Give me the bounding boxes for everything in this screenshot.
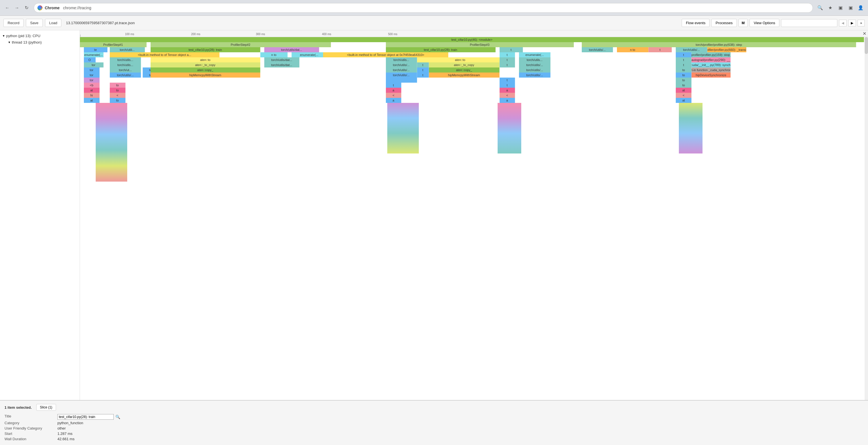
aten-to-copy-1[interactable]: aten::_to_copy — [151, 62, 260, 67]
torch-utils-dat-3[interactable]: torch/utils/dat... — [264, 62, 300, 67]
t-block-2[interactable]: t — [500, 52, 515, 57]
hip-device-sync[interactable]: hipDeviceSynchronize — [691, 72, 731, 77]
to-block-7[interactable]: to — [676, 83, 691, 88]
torch-utils-dat-2[interactable]: torch/utils/dat... — [264, 57, 300, 62]
at-block-1[interactable]: at — [84, 88, 100, 93]
search-button[interactable]: 🔍 — [816, 4, 824, 12]
tor-block-1[interactable]: tor — [84, 62, 103, 67]
t-block[interactable]: t — [648, 47, 672, 52]
flow-events-button[interactable]: Flow events — [682, 19, 710, 27]
hip-memcpy-2[interactable]: hipMemcpyWithStream — [429, 72, 500, 77]
hi-block[interactable]: hi — [84, 93, 100, 98]
t-block-8[interactable]: t — [676, 62, 691, 67]
save-button[interactable]: Save — [26, 19, 43, 27]
refresh-button[interactable]: ↻ — [23, 4, 30, 12]
title-input[interactable] — [57, 414, 114, 420]
angle-block-4[interactable]: < — [676, 93, 691, 98]
torch-utils-sub-10[interactable]: torch/utils/... — [386, 72, 417, 77]
t-block-3[interactable]: t — [676, 52, 691, 57]
search-icon[interactable]: 🔍 — [115, 415, 120, 419]
torch-profiler-transit[interactable]: torch/profiler/profiler.py(660): _transi… — [707, 47, 746, 52]
torch-utils-sub-5[interactable]: torch/utils/... — [386, 62, 417, 67]
test-cifar-train-2[interactable]: test_cifar10.py(28): train — [386, 47, 496, 52]
profiler-step-2[interactable]: ProfilerStep#2 — [151, 42, 331, 47]
processes-button[interactable]: Processes — [711, 19, 737, 27]
deep-stack-4[interactable] — [679, 103, 703, 153]
aten-copy-2[interactable]: aten::copy_ — [429, 67, 500, 72]
view-options-button[interactable]: View Options — [749, 19, 779, 27]
to-r12[interactable]: to — [110, 98, 126, 103]
address-bar[interactable]: Chrome chrome://tracing — [34, 3, 813, 13]
torch-utils-sub-2[interactable]: torch/utils... — [386, 57, 417, 62]
torch-profiler-step[interactable]: torch/profiler/profiler.py(638): step — [582, 42, 856, 47]
hip-memcpy-1[interactable]: hipMemcpyWithStream — [151, 72, 260, 77]
torch-utils-sub-8[interactable]: torch/utils/... — [519, 67, 550, 72]
builtin-cuda-sync[interactable]: <built-in function _cuda_synchronize> — [691, 67, 731, 72]
slice-tab[interactable]: Slice (1) — [36, 404, 56, 411]
to-block-4[interactable]: to — [676, 72, 691, 77]
record-button[interactable]: Record — [3, 19, 24, 27]
t-block-13[interactable]: t — [500, 83, 515, 88]
aten-to-2[interactable]: aten::to — [417, 57, 503, 62]
a-block-3[interactable]: a — [500, 88, 515, 93]
tree-thread-item[interactable]: ▼ thread 13 (python) — [0, 39, 80, 45]
to-block-2[interactable]: to — [676, 67, 691, 72]
torch-autograd-exit[interactable]: torch/autograd/profiler.py(290): __exit_… — [691, 57, 731, 62]
more-button[interactable]: » — [858, 20, 865, 27]
a-r12-2[interactable]: a — [500, 98, 515, 103]
split-button[interactable]: ▣ — [847, 4, 855, 12]
b-block[interactable]: <b — [84, 83, 100, 88]
bookmark-button[interactable]: ★ — [826, 4, 834, 12]
a-r12[interactable]: a — [386, 98, 402, 103]
aten-to-1[interactable]: aten::to — [151, 57, 260, 62]
extensions-button[interactable]: ▣ — [836, 4, 844, 12]
torch-utils-sub-3[interactable]: torch/utils... — [519, 57, 550, 62]
tor-block-2[interactable]: tor — [84, 67, 100, 72]
prev-result-button[interactable]: ◀ — [839, 20, 847, 27]
profiler-step-1[interactable]: ProfilerStep#1 — [80, 42, 147, 47]
at-r12-1[interactable]: at — [84, 98, 100, 103]
torch-profiler-stop-trace[interactable]: torch/profiler/profiler.py(159): stop_tr… — [691, 52, 731, 57]
load-button[interactable]: Load — [45, 19, 62, 27]
to-block-5[interactable]: to — [676, 77, 691, 83]
profiler-step-3[interactable]: ProfilerStep#3 — [386, 42, 574, 47]
o-block[interactable]: O — [84, 57, 96, 62]
deep-stack-2[interactable] — [387, 103, 419, 153]
deep-stack-3[interactable] — [498, 103, 521, 153]
torch-utils-sub-11[interactable]: torch/utils/... — [519, 72, 550, 77]
to-block-6[interactable]: to — [110, 83, 126, 88]
torch-utils-3[interactable]: torch/utils/... — [676, 47, 707, 52]
torch-utils-sub-7[interactable]: torch/utils/... — [386, 67, 417, 72]
angle-block-2[interactable]: < — [386, 93, 402, 98]
vertical-scrollbar[interactable] — [865, 37, 868, 400]
tree-root-item[interactable]: ▼ python (pid 13): CPU — [0, 33, 80, 39]
next-result-button[interactable]: ▶ — [848, 20, 856, 27]
test-cifar-train-1[interactable]: test_cifar10.py(28): train — [151, 47, 260, 52]
torch-utils-sub-1[interactable]: torch/utils... — [110, 57, 141, 62]
angle-block-3[interactable]: < — [500, 93, 515, 98]
t-block-4[interactable]: t — [500, 57, 515, 62]
tor-block-3[interactable]: tor — [84, 72, 100, 77]
aten-copy-1[interactable]: aten::copy_ — [151, 67, 260, 72]
angle-block[interactable]: < — [110, 93, 126, 98]
close-button[interactable]: ✕ — [863, 31, 866, 36]
n-to-2[interactable]: n to — [260, 52, 288, 57]
t-block-11[interactable]: t — [500, 77, 515, 83]
enumerate-3[interactable]: enumerate(... — [519, 52, 550, 57]
t-block-6[interactable]: t — [417, 62, 429, 67]
torch-utils-sub-4[interactable]: torch/utils... — [110, 62, 141, 67]
a-block-2[interactable]: a — [386, 88, 402, 93]
torch-utils-t[interactable]: t — [500, 47, 523, 52]
torch-utils-sub-6[interactable]: torch/utils/... — [519, 62, 550, 67]
t-block-10[interactable]: t — [417, 72, 429, 77]
t-block-5[interactable]: t — [676, 57, 691, 62]
n-to[interactable]: n to — [617, 47, 648, 52]
torch-utils-1[interactable]: torch/utili... — [110, 47, 145, 52]
te-block[interactable]: te — [84, 47, 107, 52]
torch-utils-dat-1[interactable]: torch/utils/dat... — [264, 47, 319, 52]
builtin-tensor-1[interactable]: <built-in method to of Tensor object a..… — [110, 52, 220, 57]
tor-block-4[interactable]: tor — [84, 77, 100, 83]
torch-ut-to[interactable]: torch/ut... — [110, 67, 141, 72]
enumerate-1[interactable]: enumerate(... — [84, 52, 103, 57]
m-button[interactable]: M — [739, 19, 748, 27]
